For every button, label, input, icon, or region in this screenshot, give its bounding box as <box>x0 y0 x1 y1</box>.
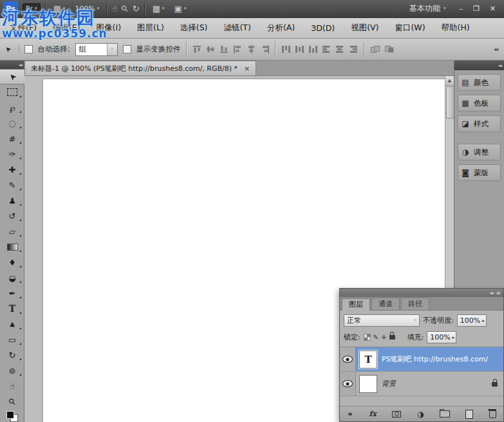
minimize-button[interactable]: – <box>459 5 463 13</box>
align-horizontal-centers-button[interactable] <box>247 45 256 53</box>
type-tool[interactable]: T <box>0 301 24 316</box>
dodge-tool[interactable]: ◒ <box>0 270 24 285</box>
collapse-panel-icon[interactable]: ◂◂ <box>489 291 492 296</box>
distribute-right-edges-button[interactable] <box>349 45 359 53</box>
menu-filter[interactable]: 滤镜(T) <box>223 23 250 34</box>
distribute-top-edges-button[interactable] <box>281 45 291 53</box>
quick-selection-tool[interactable]: ◌ <box>0 115 24 131</box>
fill-spinner-icon[interactable]: ▸ <box>453 335 455 340</box>
visibility-cell[interactable] <box>340 347 356 371</box>
lock-all-icon[interactable] <box>389 335 395 340</box>
auto-align-layers-button[interactable] <box>370 45 380 53</box>
show-transform-controls-checkbox[interactable] <box>123 45 131 53</box>
blend-mode-dropdown[interactable]: 正常 ▾ <box>344 314 420 327</box>
zoom-level-control[interactable]: 100% ▾ <box>72 3 102 14</box>
zoom-tool-shortcut-icon[interactable]: ⚲ <box>120 4 130 14</box>
3d-orbit-tool[interactable]: ⊚ <box>0 363 24 378</box>
hand-tool-shortcut-icon[interactable]: ☝ <box>112 5 117 13</box>
brush-tool[interactable]: ✎ <box>0 177 24 193</box>
opacity-input[interactable]: 100% ▸ <box>457 314 487 327</box>
close-button[interactable]: ✕ <box>490 5 496 13</box>
tab-layers[interactable]: 图层 <box>342 298 370 311</box>
visibility-cell[interactable] <box>340 372 356 396</box>
add-layer-mask-icon[interactable] <box>392 411 401 417</box>
eraser-tool[interactable]: ▱ <box>0 224 24 239</box>
link-layers-icon[interactable]: ⚭ <box>347 410 353 418</box>
distribute-horizontal-centers-button[interactable] <box>335 45 345 53</box>
eyedropper-tool[interactable]: ✑ <box>0 146 24 162</box>
tab-channels[interactable]: 通道 <box>371 298 400 310</box>
distribute-bottom-edges-button[interactable] <box>308 45 318 53</box>
move-tool[interactable]: ➤ <box>0 69 24 84</box>
lock-transparent-pixels-icon[interactable] <box>364 334 371 341</box>
arrange-documents-button[interactable]: ▦ ▾ <box>150 3 167 14</box>
workspace-switcher[interactable]: 基本功能 ▾ <box>409 3 446 14</box>
view-extras-button[interactable]: ▦ ▾ <box>51 3 68 14</box>
menu-help[interactable]: 帮助(H) <box>442 23 470 34</box>
zoom-tool[interactable]: ⚲ <box>0 394 24 409</box>
menu-window[interactable]: 窗口(W) <box>395 23 425 34</box>
rectangular-marquee-tool[interactable] <box>0 84 24 100</box>
panel-button-adjustments[interactable]: ◑ 调整 <box>458 144 501 160</box>
pen-tool[interactable]: ✒ <box>0 285 24 301</box>
blur-tool[interactable]: ♦ <box>0 254 24 270</box>
menu-3d[interactable]: 3D(D) <box>311 23 335 33</box>
layer-name[interactable]: PS笔刷吧 http://brushes8.com/ <box>382 354 488 364</box>
align-vertical-centers-button[interactable] <box>206 45 216 53</box>
menu-layer[interactable]: 图层(L) <box>137 23 164 34</box>
auto-select-dropdown[interactable]: 组 ▾ <box>75 43 118 56</box>
3d-rotate-tool[interactable]: ↻ <box>0 347 24 363</box>
auto-blend-layers-button[interactable] <box>384 45 395 53</box>
clone-stamp-tool[interactable]: ♟ <box>0 193 24 208</box>
new-layer-icon[interactable] <box>465 410 473 419</box>
hand-tool[interactable]: ☝ <box>0 378 24 394</box>
eye-icon[interactable] <box>342 380 353 387</box>
history-brush-tool[interactable]: ↺ <box>0 208 24 224</box>
maximize-button[interactable]: ❐ <box>473 5 480 13</box>
menu-analysis[interactable]: 分析(A) <box>267 23 295 34</box>
layer-name[interactable]: 背景 <box>382 379 396 388</box>
align-top-edges-button[interactable] <box>192 45 202 53</box>
panel-button-styles[interactable]: ◪ 样式 <box>458 115 501 132</box>
dock-header[interactable]: ◂◂ <box>454 61 504 70</box>
tab-paths[interactable]: 路径 <box>401 298 429 310</box>
collapse-options-icon[interactable]: ◂◂ <box>494 46 499 52</box>
menu-file[interactable]: 文件(F) <box>10 23 37 34</box>
lock-position-icon[interactable]: ✛ <box>381 334 386 341</box>
tool-preset-picker[interactable]: ➤ ▾ <box>5 45 19 53</box>
layers-panel-titlebar[interactable]: ◂◂ ≡ <box>340 289 503 297</box>
lock-image-pixels-icon[interactable]: ✎ <box>373 334 378 341</box>
rectangle-shape-tool[interactable]: ▭ <box>0 332 24 347</box>
align-right-edges-button[interactable] <box>260 45 270 53</box>
menu-select[interactable]: 选择(S) <box>180 23 208 34</box>
text-layer-thumbnail[interactable]: T <box>359 350 377 369</box>
launch-bridge-button[interactable]: Br ▾ <box>23 3 41 14</box>
background-layer-thumbnail[interactable] <box>359 375 377 393</box>
menu-image[interactable]: 图像(I) <box>97 23 121 34</box>
delete-layer-icon[interactable] <box>489 410 496 418</box>
rotate-view-icon[interactable]: ↻ <box>133 5 140 13</box>
panel-menu-icon[interactable]: ≡ <box>496 290 501 296</box>
opacity-spinner-icon[interactable]: ▸ <box>482 318 485 323</box>
crop-tool[interactable]: # <box>0 131 24 146</box>
auto-select-checkbox[interactable] <box>24 45 33 53</box>
eye-icon[interactable] <box>342 356 353 363</box>
distribute-vertical-centers-button[interactable] <box>295 45 304 53</box>
layer-style-fx-icon[interactable]: fx <box>369 410 377 418</box>
lasso-tool[interactable]: ℘ <box>0 100 24 115</box>
align-left-edges-button[interactable] <box>233 45 243 53</box>
foreground-color-swatch[interactable] <box>6 411 14 419</box>
new-adjustment-layer-icon[interactable]: ◑ <box>417 410 424 418</box>
document-tab[interactable]: 未标题-1 @ 100% (PS笔刷吧 http://brushes8.com/… <box>24 61 256 75</box>
new-group-icon[interactable] <box>440 410 450 417</box>
layer-row-text[interactable]: T PS笔刷吧 http://brushes8.com/ <box>340 347 503 372</box>
menu-view[interactable]: 视图(V) <box>351 23 378 34</box>
path-selection-tool[interactable]: ▲ <box>0 316 24 332</box>
panel-button-masks[interactable]: ◙ 蒙版 <box>458 164 501 181</box>
layer-row-background[interactable]: 背景 <box>340 372 503 396</box>
spot-healing-brush-tool[interactable]: ✚ <box>0 162 24 177</box>
scroll-up-button[interactable]: ▲ <box>445 76 454 86</box>
menu-edit[interactable]: 编辑(E) <box>53 23 80 34</box>
color-swatches[interactable] <box>6 411 19 422</box>
align-bottom-edges-button[interactable] <box>219 45 229 53</box>
